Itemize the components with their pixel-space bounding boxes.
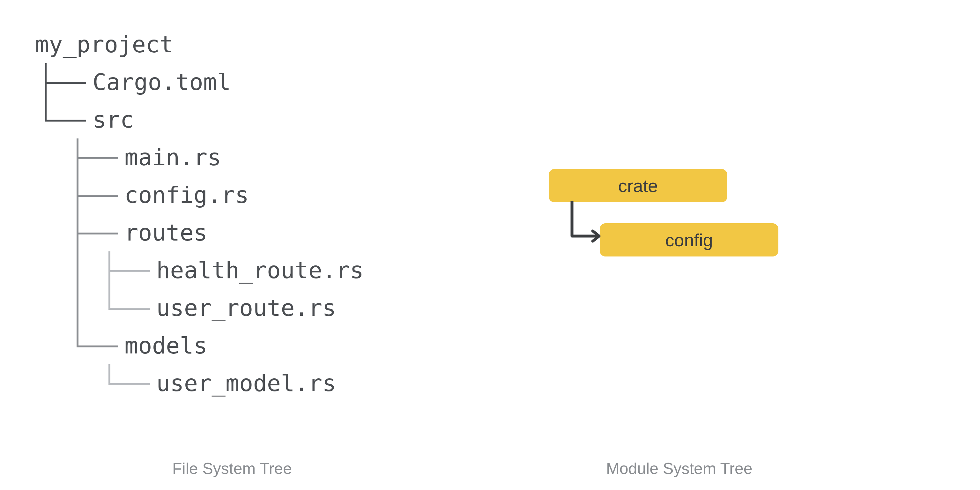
tree-label-user-model: user_model.rs	[156, 372, 336, 395]
tree-row-src: src	[35, 101, 364, 138]
tree-connector	[67, 138, 99, 176]
module-label-crate: crate	[618, 175, 658, 196]
tree-label-main: main.rs	[124, 146, 221, 169]
caption-moduletree: Module System Tree	[606, 460, 752, 478]
tree-row-user-route: user_route.rs	[35, 289, 364, 327]
tree-connector	[35, 63, 67, 101]
tree-row-health-route: health_route.rs	[35, 251, 364, 289]
tree-connector	[99, 289, 131, 327]
tree-row-models: models	[35, 327, 364, 364]
tree-row-config: config.rs	[35, 176, 364, 214]
tree-connector	[35, 101, 67, 138]
file-system-tree: my_project Cargo.toml src main.rs config…	[35, 25, 364, 402]
tree-row-routes: routes	[35, 214, 364, 251]
tree-connector	[67, 289, 99, 327]
tree-label-cargo: Cargo.toml	[92, 70, 231, 94]
tree-label-root: my_project	[35, 33, 173, 56]
tree-row-cargo: Cargo.toml	[35, 63, 364, 101]
tree-row-root: my_project	[35, 25, 364, 63]
tree-label-config: config.rs	[124, 183, 249, 207]
tree-connector	[67, 327, 99, 364]
module-box-crate: crate	[549, 169, 727, 202]
tree-connector	[99, 251, 131, 289]
tree-label-models: models	[124, 334, 207, 357]
module-label-config: config	[665, 230, 713, 250]
tree-connector	[67, 214, 99, 251]
tree-connector	[67, 176, 99, 214]
tree-label-src: src	[92, 108, 134, 131]
diagram-stage: my_project Cargo.toml src main.rs config…	[0, 0, 980, 490]
module-box-config: config	[600, 223, 778, 256]
tree-row-main: main.rs	[35, 138, 364, 176]
tree-connector	[99, 364, 131, 402]
tree-connector	[67, 251, 99, 289]
tree-label-user-route: user_route.rs	[156, 296, 336, 319]
tree-label-health-route: health_route.rs	[156, 259, 364, 282]
tree-row-user-model: user_model.rs	[35, 364, 364, 402]
caption-filesystem: File System Tree	[172, 460, 292, 478]
tree-label-routes: routes	[124, 221, 207, 244]
